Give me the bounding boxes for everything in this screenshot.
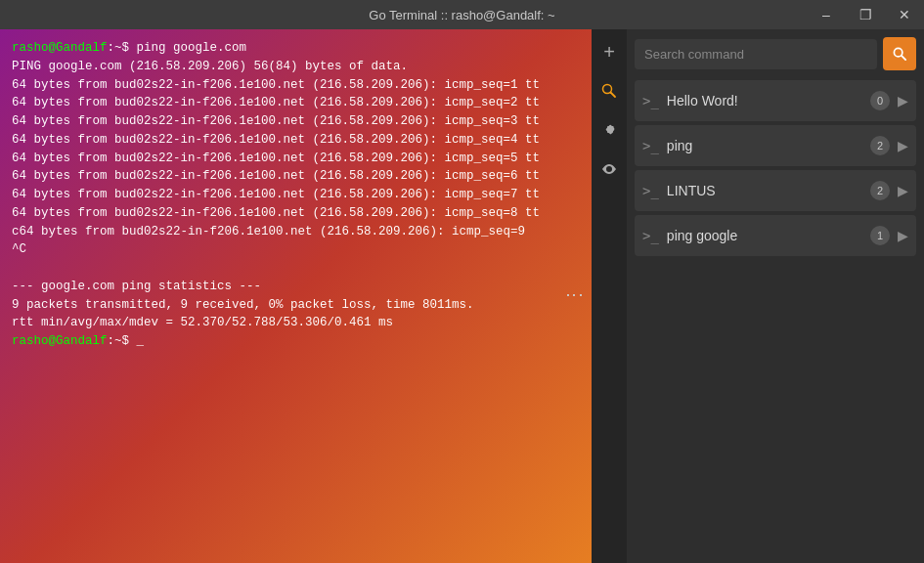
command-list: >_ Hello Word! 0 ▶ >_ ping 2 ▶ >_ LINTUS <box>635 80 916 256</box>
command-badge-3: 2 <box>870 181 890 200</box>
search-input[interactable] <box>635 39 877 69</box>
search-button[interactable] <box>883 37 916 70</box>
command-arrow-3: ▶ <box>898 183 908 198</box>
command-item-ping-google[interactable]: >_ ping google 1 ▶ <box>635 215 916 256</box>
command-terminal-icon-2: >_ <box>642 138 659 153</box>
output-5: 64 bytes from bud02s22-in-f206.1e100.net… <box>12 133 540 147</box>
terminal-dots-menu[interactable]: ⋮ <box>558 282 592 310</box>
output-14: rtt min/avg/max/mdev = 52.370/52.788/53.… <box>12 316 393 329</box>
command-name-3: LINTUS <box>667 183 870 198</box>
terminal-output: rasho@Gandalf:~$ ping google.com PING go… <box>12 39 580 351</box>
command-arrow-2: ▶ <box>898 138 908 153</box>
output-7: 64 bytes from bud02s22-in-f206.1e100.net… <box>12 169 540 183</box>
svg-line-3 <box>901 55 904 59</box>
restore-button[interactable]: ❐ <box>846 0 885 29</box>
panel-content: >_ Hello Word! 0 ▶ >_ ping 2 ▶ >_ LINTUS <box>627 29 924 563</box>
output-3: 64 bytes from bud02s22-in-f206.1e100.net… <box>12 96 540 109</box>
svg-line-1 <box>611 93 616 98</box>
command-badge-2: 2 <box>870 136 890 155</box>
command-badge-4: 1 <box>870 226 890 245</box>
output-10: c64 bytes from bud02s22-in-f206.1e100.ne… <box>12 225 525 238</box>
titlebar-controls: – ❐ ✕ <box>807 0 924 29</box>
command-name-1: Hello Word! <box>667 93 870 108</box>
panel-body: + <box>592 29 924 563</box>
output-12: --- google.com ping statistics --- <box>12 280 261 293</box>
titlebar: Go Terminal :: rasho@Gandalf: ~ – ❐ ✕ <box>0 0 924 29</box>
command-name-4: ping google <box>667 228 870 243</box>
close-button[interactable]: ✕ <box>885 0 924 29</box>
sidebar-search-icon[interactable] <box>594 76 624 106</box>
cmd-1: :~$ ping google.com <box>108 41 247 55</box>
output-9: 64 bytes from bud02s22-in-f206.1e100.net… <box>12 206 540 220</box>
sidebar-icons: + <box>592 29 627 563</box>
output-2: 64 bytes from bud02s22-in-f206.1e100.net… <box>12 78 540 92</box>
main-area: rasho@Gandalf:~$ ping google.com PING go… <box>0 29 924 563</box>
command-terminal-icon-1: >_ <box>642 93 659 108</box>
output-1: PING google.com (216.58.209.206) 56(84) … <box>12 60 408 73</box>
sidebar-add-icon[interactable]: + <box>594 37 624 66</box>
prompt-1: rasho@Gandalf <box>12 41 108 55</box>
command-terminal-icon-4: >_ <box>642 228 659 243</box>
command-badge-1: 0 <box>870 91 890 110</box>
command-arrow-1: ▶ <box>898 93 908 108</box>
output-8: 64 bytes from bud02s22-in-f206.1e100.net… <box>12 188 540 201</box>
command-name-2: ping <box>667 138 870 153</box>
terminal-pane: rasho@Gandalf:~$ ping google.com PING go… <box>0 29 592 563</box>
output-6: 64 bytes from bud02s22-in-f206.1e100.net… <box>12 152 540 165</box>
output-4: 64 bytes from bud02s22-in-f206.1e100.net… <box>12 114 540 128</box>
minimize-button[interactable]: – <box>807 0 846 29</box>
command-item-ping[interactable]: >_ ping 2 ▶ <box>635 125 916 166</box>
sidebar-eye-icon[interactable] <box>594 154 624 184</box>
search-bar <box>635 37 916 70</box>
prompt-2: rasho@Gandalf <box>12 334 108 348</box>
command-arrow-4: ▶ <box>898 228 908 243</box>
output-13: 9 packets transmitted, 9 received, 0% pa… <box>12 298 474 312</box>
sidebar-settings-icon[interactable] <box>594 115 624 145</box>
command-terminal-icon-3: >_ <box>642 183 659 198</box>
right-panel: + <box>592 29 924 563</box>
titlebar-title: Go Terminal :: rasho@Gandalf: ~ <box>369 8 554 22</box>
output-11: ^C <box>12 242 26 256</box>
cmd-2: :~$ _ <box>108 334 145 348</box>
command-item-hello-word[interactable]: >_ Hello Word! 0 ▶ <box>635 80 916 121</box>
command-item-lintus[interactable]: >_ LINTUS 2 ▶ <box>635 170 916 211</box>
